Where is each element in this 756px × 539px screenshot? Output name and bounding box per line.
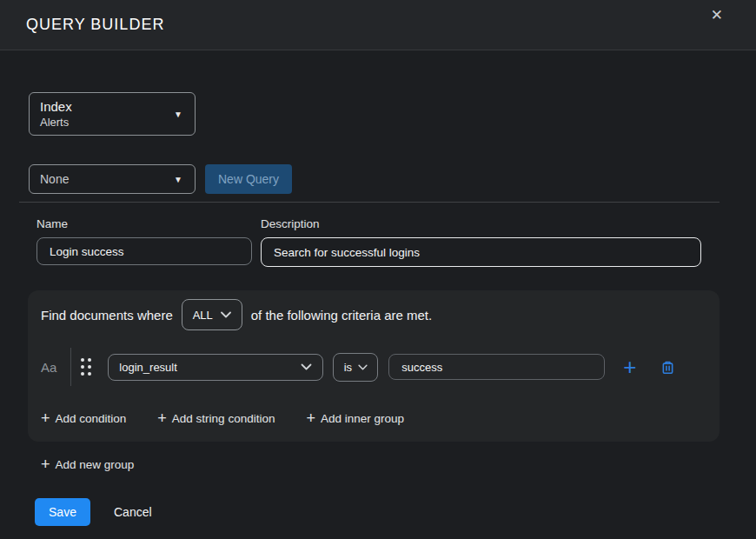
index-select-text: Index Alerts (40, 99, 72, 129)
add-new-group-label: Add new group (56, 458, 135, 471)
text-type-icon: Aa (41, 360, 56, 375)
plus-icon: + (306, 409, 315, 428)
saved-query-select-value: None (40, 172, 69, 186)
condition-field-select[interactable]: login_result (108, 354, 323, 381)
saved-query-row: None ▼ New Query (29, 164, 756, 194)
find-documents-prefix: Find documents where (41, 308, 173, 323)
new-query-button[interactable]: New Query (205, 164, 292, 194)
group-operator-value: ALL (193, 309, 213, 322)
divider (19, 202, 720, 203)
vertical-separator (70, 348, 71, 386)
footer-actions: Save Cancel (35, 498, 756, 526)
query-builder-dialog: QUERY BUILDER ✕ Index Alerts ▼ None ▼ Ne… (0, 0, 756, 526)
plus-icon: + (41, 409, 50, 428)
saved-query-select[interactable]: None ▼ (29, 164, 196, 194)
add-value-plus-icon[interactable]: + (623, 356, 636, 378)
cancel-button[interactable]: Cancel (114, 505, 152, 519)
find-documents-row: Find documents where ALL of the followin… (41, 299, 706, 330)
plus-icon: + (157, 409, 167, 428)
dialog-body: Index Alerts ▼ None ▼ New Query Name Des… (0, 92, 756, 526)
add-new-group-button[interactable]: + Add new group (41, 456, 134, 474)
description-label: Description (261, 217, 701, 230)
chevron-down-icon (358, 364, 368, 370)
add-condition-button[interactable]: + Add condition (41, 409, 126, 428)
criteria-group: Find documents where ALL of the followin… (28, 290, 720, 442)
chevron-down-icon (221, 311, 231, 318)
condition-operator-value: is (344, 361, 352, 374)
description-input[interactable] (261, 237, 701, 267)
condition-value-input[interactable] (388, 354, 605, 380)
description-field-block: Description (261, 217, 701, 267)
index-select-value: Alerts (40, 116, 72, 129)
dropdown-triangle-icon: ▼ (174, 175, 182, 184)
add-string-condition-label: Add string condition (172, 412, 275, 425)
group-actions-row: + Add condition + Add string condition +… (41, 409, 706, 428)
condition-field-value: login_result (119, 361, 177, 374)
close-icon[interactable]: ✕ (711, 8, 723, 23)
group-operator-select[interactable]: ALL (182, 299, 242, 330)
name-label: Name (36, 217, 252, 230)
condition-operator-select[interactable]: is (333, 353, 378, 382)
add-condition-label: Add condition (56, 412, 127, 425)
drag-handle-icon[interactable] (81, 358, 91, 376)
dialog-title: QUERY BUILDER (26, 16, 164, 34)
name-field-block: Name (36, 217, 252, 267)
fields-row: Name Description (36, 217, 756, 267)
add-string-condition-button[interactable]: + Add string condition (157, 409, 275, 428)
plus-icon: + (41, 456, 50, 474)
chevron-down-icon (301, 363, 312, 370)
add-inner-group-label: Add inner group (321, 412, 404, 425)
delete-condition-trash-icon[interactable] (660, 359, 676, 376)
index-select[interactable]: Index Alerts ▼ (29, 92, 196, 136)
find-documents-suffix: of the following criteria are met. (251, 308, 432, 323)
save-button[interactable]: Save (35, 498, 90, 526)
dialog-header: QUERY BUILDER ✕ (0, 0, 756, 50)
dropdown-triangle-icon: ▼ (174, 110, 182, 119)
add-inner-group-button[interactable]: + Add inner group (306, 409, 404, 428)
condition-row: Aa login_result is (41, 348, 706, 386)
index-select-label: Index (40, 99, 72, 114)
name-input[interactable] (36, 237, 252, 265)
